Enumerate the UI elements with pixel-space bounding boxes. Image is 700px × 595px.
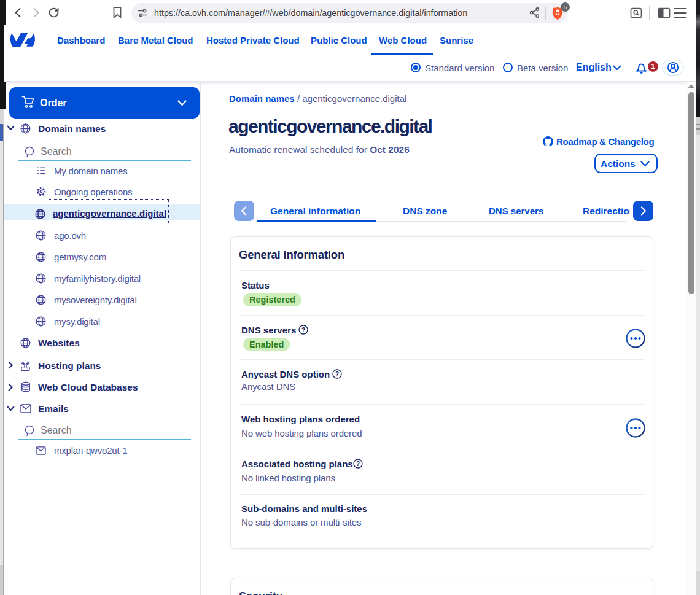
svg-text:?: ? [356, 461, 360, 467]
svg-text:?: ? [301, 327, 305, 333]
svg-text:?: ? [335, 371, 339, 378]
